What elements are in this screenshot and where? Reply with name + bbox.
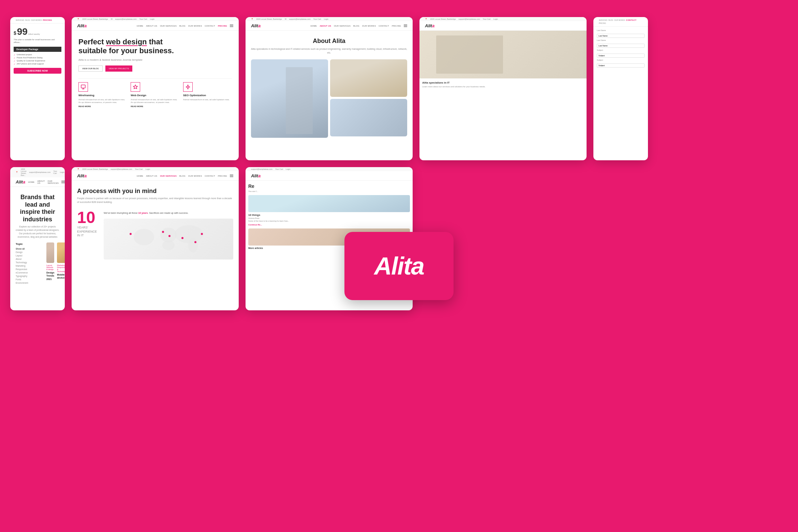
brands-nav: Alita HOME ABOUT US OUR SERVICES [10,177,65,187]
about-nav-works[interactable]: OUR WORKS [362,25,376,27]
nav-services-link[interactable]: SERVICES [16,19,24,21]
process-topbar: 📍 1826 Locust Street, Bainbridge support… [72,167,239,171]
sidebar-about[interactable]: About [16,258,43,260]
brands-nav-services[interactable]: OUR SERVICES [47,180,59,184]
pricing-card: $ 99 billed weekly This plan is suitable… [10,24,65,76]
lb-nav-blog[interactable]: BLOG [608,19,613,21]
nav-home[interactable]: HOME [137,25,143,27]
proc-nav-pricing[interactable]: PRICING [218,175,227,177]
form-subject2-input[interactable] [597,63,645,68]
proc-hamburger[interactable] [230,175,233,177]
proc-nav-services[interactable]: OUR SERVICES [160,175,177,177]
proc-nav-contact[interactable]: CONTACT [205,175,215,177]
nav-blog[interactable]: BLOG [179,25,186,27]
proc-pin: 📍 [77,168,79,170]
view-blog-button[interactable]: VIEW OUR BLOG [78,65,103,72]
about-image-3 [330,99,407,136]
nav-pricing-link-active[interactable]: PRICING [43,19,52,21]
svg-point-1 [134,229,154,245]
hero-content: Perfect web design thatsuitable for your… [72,31,239,111]
sidebar-technology[interactable]: Technology [16,261,43,264]
sidebar-typography[interactable]: Typography [16,275,43,277]
brands-address: 1826 Locust Street, Ban... [21,168,26,176]
proc-nav-works[interactable]: OUR WORKS [188,175,202,177]
package-name: Developer Package [14,47,61,52]
sidebar-title: Topic [16,242,43,246]
proc-nav-about[interactable]: ABOUT US [146,175,157,177]
about-hamburger[interactable] [404,25,407,27]
nav-ourworks-link[interactable]: OUR WORKS [31,19,42,21]
sidebar-environment[interactable]: Environment [16,282,43,284]
form-subject-input[interactable] [597,54,645,58]
about-nav-services[interactable]: OUR SERVICES [334,25,351,27]
right-top-text: Learn more about our services and soluti… [422,85,584,88]
lb-nav-contact[interactable]: CONTACT [626,19,637,21]
hamburger-menu[interactable] [230,25,233,27]
seo-icon [183,82,193,92]
about-topbar: 📍 1826 Locust Street, Bainbridge ✉ suppo… [246,17,413,21]
blog-item-img [248,195,410,212]
nav-blog-link[interactable]: BLOG [25,19,30,21]
brands-content: Brands that lead and inspire their indus… [10,187,65,289]
map-dot-1 [130,233,132,235]
about-main-image [251,59,328,138]
service-wireframing: Wireframing Animal minsaarchum et sea, a… [78,82,127,107]
nav-pricing-hero[interactable]: PRICING [218,25,227,27]
sidebar-marketing[interactable]: Marketing [16,265,43,267]
process-title: A process with you in mind [77,188,233,195]
form-lastname-input[interactable] [597,34,645,38]
process-subtitle: People choose to partner with us because… [77,197,233,204]
screenshot-left-bottom: SERVICES BLOG OUR WORKS CONTACT PRICING … [593,17,648,160]
about-nav-home[interactable]: HOME [310,25,317,27]
sidebar-design[interactable]: Design [16,251,43,253]
form-lastname2-label: Last Name [597,39,645,41]
blog-title-2[interactable]: Mobile devices [57,273,65,279]
view-projects-button[interactable]: VIEW MY PROJECTS [105,65,133,72]
pricing-desc: This plan is suitable for small business… [14,38,61,44]
brands-nav-home[interactable]: HOME [28,181,34,183]
blog-title-1[interactable]: Design Trends 2021 [46,271,54,280]
proc-address: 1826 Locust Street, Bainbridge [82,168,108,170]
webdesign-read-more[interactable]: READ MORE [131,105,179,107]
lb-nav-works[interactable]: OUR WORKS [614,19,625,21]
lb-nav-services[interactable]: SERVICES [599,19,607,21]
nav-about[interactable]: ABOUT US [146,25,157,27]
nav-contact[interactable]: CONTACT [205,25,215,27]
price-value: 99 [17,26,28,37]
about-topbar-email-icon: ✉ [285,18,286,20]
about-topbar-cart: Your Cart [313,18,321,20]
about-title: About Alita [251,38,407,45]
map-svg [104,219,233,260]
proc-nav-home[interactable]: HOME [137,175,143,177]
sidebar-fonts[interactable]: Fonts [16,278,43,281]
about-nav-about[interactable]: ABOUT US [320,25,331,27]
svg-point-4 [175,225,203,243]
about-nav-blog[interactable]: BLOG [353,25,359,27]
sidebar-layout[interactable]: Layout [16,254,43,257]
left-bottom-nav: SERVICES BLOG OUR WORKS CONTACT PRICING [593,17,648,27]
sidebar-show-all[interactable]: Show all [16,248,43,250]
sidebar-ecommerce[interactable]: eCommerce [16,271,43,274]
about-nav-contact[interactable]: CONTACT [379,25,389,27]
form-lastname2-input[interactable] [597,44,645,48]
about-subtitle: Alita specializes in technological and I… [251,47,407,55]
center-logo-text: Alita [374,252,424,280]
about-nav-pricing[interactable]: PRICING [392,25,401,27]
screenshot-right-top: 📍 1826 Locust Street, Bainbridge support… [419,17,587,160]
brands-hamburger[interactable] [61,181,65,183]
nav-works[interactable]: OUR WORKS [188,25,202,27]
map-dot-5 [194,241,196,243]
topbar-email-icon: ✉ [111,18,113,20]
services-section: Wireframing Animal minsaarchum et sea, a… [78,78,232,107]
left-bottom-content: Last Name Last Name Subject Subject [593,27,648,72]
nav-services[interactable]: OUR SERVICES [160,25,177,27]
brands-nav-about[interactable]: ABOUT US [37,180,45,184]
subscribe-button[interactable]: SUBSCRIBE NOW [14,68,61,74]
wireframing-read-more[interactable]: READ MORE [78,105,127,107]
blog-item-link[interactable]: Continue Re... [248,224,410,226]
topbar-login: Login [150,18,154,20]
lb-nav-pricing[interactable]: PRICING [599,22,606,24]
proc-nav-blog[interactable]: BLOG [179,175,186,177]
sidebar-responsive[interactable]: Responsive [16,268,43,270]
right-bottom-logo: Alita [251,173,261,178]
